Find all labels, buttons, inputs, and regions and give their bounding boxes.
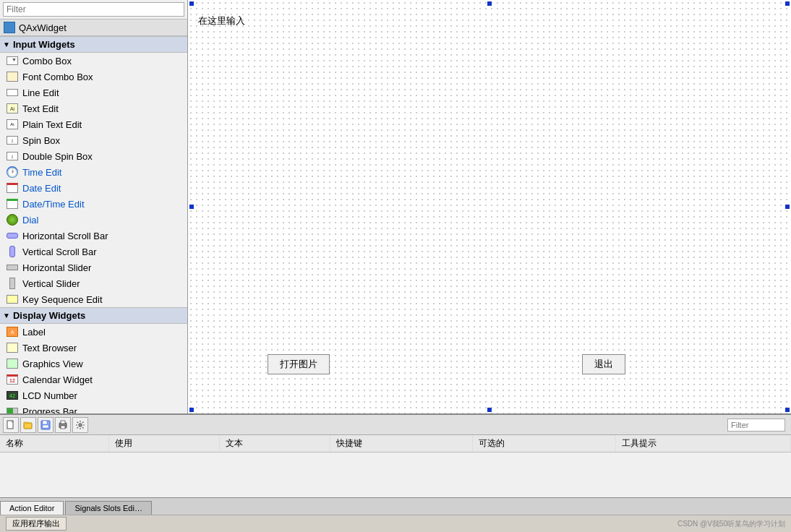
open-image-button[interactable]: 打开图片	[268, 354, 330, 374]
filter-right	[727, 419, 788, 432]
sidebar-item-label: Progress Bar	[22, 406, 77, 414]
calendar-widget-icon: 12	[6, 374, 19, 385]
sidebar-item-datetime-edit[interactable]: Date/Time Edit	[0, 196, 187, 212]
section-label: Input Widgets	[13, 39, 75, 50]
section-arrow: ▼	[3, 40, 10, 48]
toolbar-save-button[interactable]	[38, 417, 54, 433]
tab-action-editor[interactable]: Action Editor	[0, 501, 64, 515]
canvas-hint-text: 在这里输入	[198, 14, 245, 27]
handle-bl[interactable]	[189, 408, 194, 412]
sidebar-item-time-edit[interactable]: 🕐 Time Edit	[0, 164, 187, 180]
watermark: CSDN @V我50听某鸟的学习计划	[677, 519, 785, 529]
sidebar-item-progress-bar[interactable]: Progress Bar	[0, 403, 187, 413]
handle-tr[interactable]	[785, 1, 790, 6]
sidebar-item-label: Dial	[22, 215, 38, 226]
col-header-shortcut: 快捷键	[330, 435, 472, 452]
status-app-output-button[interactable]: 应用程序输出	[6, 517, 67, 531]
sidebar-item-label: Spin Box	[22, 135, 60, 146]
filter-input[interactable]	[3, 2, 184, 17]
exit-button[interactable]: 退出	[582, 354, 625, 374]
svg-rect-2	[24, 422, 27, 424]
sidebar-item-combo-box[interactable]: Combo Box	[0, 53, 187, 69]
handle-tc[interactable]	[487, 1, 492, 6]
handle-br[interactable]	[785, 408, 790, 412]
toolbar-settings-button[interactable]	[72, 417, 88, 433]
sidebar-item-calendar-widget[interactable]: 12 Calendar Widget	[0, 372, 187, 387]
svg-point-9	[79, 423, 82, 426]
sidebar-item-label: Line Edit	[22, 87, 59, 98]
tab-signals-slots[interactable]: Signals Slots Edi…	[65, 501, 152, 515]
sidebar-item-label: Date/Time Edit	[22, 199, 85, 210]
combo-box-icon	[6, 55, 19, 66]
handle-ml[interactable]	[189, 205, 194, 209]
key-sequence-edit-icon	[6, 293, 19, 305]
new-icon	[6, 420, 16, 430]
line-edit-icon	[6, 87, 19, 98]
lcd-number-icon: 42	[6, 390, 19, 401]
bottom-filter-input[interactable]	[727, 419, 785, 432]
sidebar-item-label: Font Combo Box	[22, 72, 93, 82]
canvas-area: 在这里输入 打开图片 退出	[188, 0, 791, 413]
sidebar-item-vertical-slider[interactable]: Vertical Slider	[0, 275, 187, 291]
sidebar-item-label: Horizontal Scroll Bar	[22, 231, 108, 241]
sidebar-item-label: Double Spin Box	[22, 151, 93, 162]
sidebar-item-label: Vertical Scroll Bar	[22, 246, 97, 257]
qax-icon	[3, 22, 16, 33]
handle-tl[interactable]	[189, 1, 194, 6]
tab-bar: Action Editor Signals Slots Edi…	[0, 497, 791, 515]
vertical-scroll-bar-icon	[6, 246, 19, 257]
handle-mr[interactable]	[785, 205, 790, 209]
col-header-optional: 可选的	[473, 435, 615, 452]
sidebar-item-double-spin-box[interactable]: ↕ Double Spin Box	[0, 148, 187, 164]
graphics-view-icon	[6, 358, 19, 369]
sidebar-item-horizontal-scroll-bar[interactable]: Horizontal Scroll Bar	[0, 228, 187, 244]
progress-bar-icon	[6, 406, 19, 413]
date-edit-icon	[6, 182, 19, 194]
sidebar-item-spin-box[interactable]: ↕ Spin Box	[0, 132, 187, 148]
section-display-widgets[interactable]: ▼ Display Widgets	[0, 307, 187, 324]
sidebar-item-label: Text Edit	[22, 103, 59, 114]
sidebar-item-plain-text-edit[interactable]: Ai Plain Text Edit	[0, 116, 187, 132]
qax-widget-row[interactable]: QAxWidget	[0, 20, 187, 36]
col-header-text: 文本	[220, 435, 330, 452]
sidebar-item-label: Calendar Widget	[22, 374, 93, 385]
filter-bar	[0, 0, 187, 20]
sidebar-item-label: Date Edit	[22, 183, 61, 194]
sidebar-item-date-edit[interactable]: Date Edit	[0, 180, 187, 196]
sidebar-item-font-combo-box[interactable]: Font Combo Box	[0, 69, 187, 85]
main-container: QAxWidget ▼ Input Widgets Combo Box Font…	[0, 0, 791, 532]
sidebar-item-key-sequence-edit[interactable]: Key Sequence Edit	[0, 291, 187, 307]
section-input-widgets[interactable]: ▼ Input Widgets	[0, 36, 187, 53]
sidebar-item-text-browser[interactable]: Text Browser	[0, 340, 187, 356]
toolbar-print-button[interactable]	[55, 417, 71, 433]
sidebar-item-label: Key Sequence Edit	[22, 294, 103, 305]
sidebar-list: ▼ Input Widgets Combo Box Font Combo Box…	[0, 36, 187, 413]
toolbar-open-button[interactable]	[20, 417, 36, 433]
bottom-panel: 名称 使用 文本 快捷键 可选的 工具提示 Action Editor Sign…	[0, 413, 791, 515]
sidebar-item-label: Text Browser	[22, 343, 77, 353]
col-header-name: 名称	[0, 435, 109, 452]
sidebar-item-label[interactable]: A Label	[0, 324, 187, 340]
svg-rect-8	[61, 426, 65, 429]
sidebar-item-line-edit[interactable]: Line Edit	[0, 85, 187, 100]
label-icon: A	[6, 326, 19, 338]
svg-rect-4	[43, 421, 47, 424]
handle-bc[interactable]	[487, 408, 492, 412]
sidebar-item-horizontal-slider[interactable]: Horizontal Slider	[0, 259, 187, 275]
time-edit-icon: 🕐	[6, 166, 19, 178]
toolbar-new-button[interactable]	[3, 417, 19, 433]
status-bar: 应用程序输出 CSDN @V我50听某鸟的学习计划	[0, 515, 791, 532]
sidebar-item-label: Horizontal Slider	[22, 262, 91, 273]
design-canvas[interactable]: 在这里输入 打开图片 退出	[188, 0, 791, 413]
sidebar-item-text-edit[interactable]: Ai Text Edit	[0, 100, 187, 116]
sidebar-item-vertical-scroll-bar[interactable]: Vertical Scroll Bar	[0, 244, 187, 259]
text-edit-icon: Ai	[6, 103, 19, 114]
sidebar-item-graphics-view[interactable]: Graphics View	[0, 356, 187, 372]
bottom-table: 名称 使用 文本 快捷键 可选的 工具提示	[0, 435, 791, 497]
sidebar-item-label: Vertical Slider	[22, 278, 80, 289]
vertical-slider-icon	[6, 278, 19, 289]
text-browser-icon	[6, 342, 19, 353]
sidebar-item-lcd-number[interactable]: 42 LCD Number	[0, 387, 187, 403]
sidebar-item-dial[interactable]: Dial	[0, 212, 187, 228]
sidebar-item-label: Time Edit	[22, 167, 61, 178]
